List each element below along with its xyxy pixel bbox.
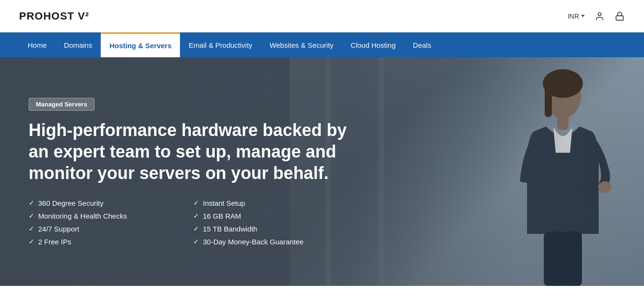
feature-16gb-ram: ✓ 16 GB RAM — [193, 212, 339, 220]
feature-text: Instant Setup — [203, 199, 245, 207]
check-icon: ✓ — [29, 199, 34, 207]
nav-deals[interactable]: Deals — [404, 32, 440, 57]
currency-label: INR — [568, 12, 579, 20]
feature-text: 30-Day Money-Back Guarantee — [203, 238, 304, 246]
nav-email-productivity[interactable]: Email & Productivity — [180, 32, 261, 57]
logo: PROHOST V² — [19, 10, 89, 22]
feature-text: 2 Free IPs — [38, 238, 71, 246]
svg-point-0 — [598, 12, 602, 16]
hero-section: Managed Servers High-performance hardwar… — [0, 57, 644, 286]
feature-2-free-ips: ✓ 2 Free IPs — [29, 238, 174, 246]
nav-cloud-hosting[interactable]: Cloud Hosting — [342, 32, 404, 57]
user-icon[interactable] — [594, 11, 605, 21]
features-grid: ✓ 360 Degree Security ✓ Instant Setup ✓ … — [29, 199, 339, 246]
currency-selector[interactable]: INR — [568, 12, 585, 20]
check-icon: ✓ — [29, 238, 34, 245]
check-icon: ✓ — [193, 225, 199, 232]
feature-instant-setup: ✓ Instant Setup — [193, 199, 339, 207]
feature-monitoring: ✓ Monitoring & Health Checks — [29, 212, 174, 220]
hero-badge: Managed Servers — [29, 98, 95, 111]
nav-home[interactable]: Home — [19, 32, 55, 57]
check-icon: ✓ — [29, 225, 34, 232]
feature-360-security: ✓ 360 Degree Security — [29, 199, 174, 207]
feature-text: 16 GB RAM — [203, 212, 241, 220]
hero-content: Managed Servers High-performance hardwar… — [0, 57, 419, 286]
check-icon: ✓ — [193, 212, 199, 220]
lock-icon[interactable] — [614, 11, 625, 21]
feature-text: 24/7 Support — [38, 225, 79, 233]
hero-title: High-performance hardware backed by an e… — [29, 119, 353, 184]
nav-websites-security[interactable]: Websites & Security — [261, 32, 342, 57]
header-right: INR — [568, 11, 625, 21]
nav-domains[interactable]: Domains — [55, 32, 101, 57]
check-icon: ✓ — [193, 238, 199, 245]
header: PROHOST V² INR — [0, 0, 644, 32]
check-icon: ✓ — [29, 212, 34, 220]
feature-text: 15 TB Bandwidth — [203, 225, 257, 233]
feature-15tb-bandwidth: ✓ 15 TB Bandwidth — [193, 225, 339, 233]
nav-hosting-servers[interactable]: Hosting & Servers — [101, 32, 180, 57]
navbar: Home Domains Hosting & Servers Email & P… — [0, 32, 644, 57]
svg-rect-1 — [616, 16, 623, 20]
feature-text: Monitoring & Health Checks — [38, 212, 127, 220]
check-icon: ✓ — [193, 199, 199, 207]
chevron-down-icon — [581, 15, 585, 17]
feature-text: 360 Degree Security — [38, 199, 104, 207]
feature-247-support: ✓ 24/7 Support — [29, 225, 174, 233]
feature-money-back: ✓ 30-Day Money-Back Guarantee — [193, 238, 339, 246]
